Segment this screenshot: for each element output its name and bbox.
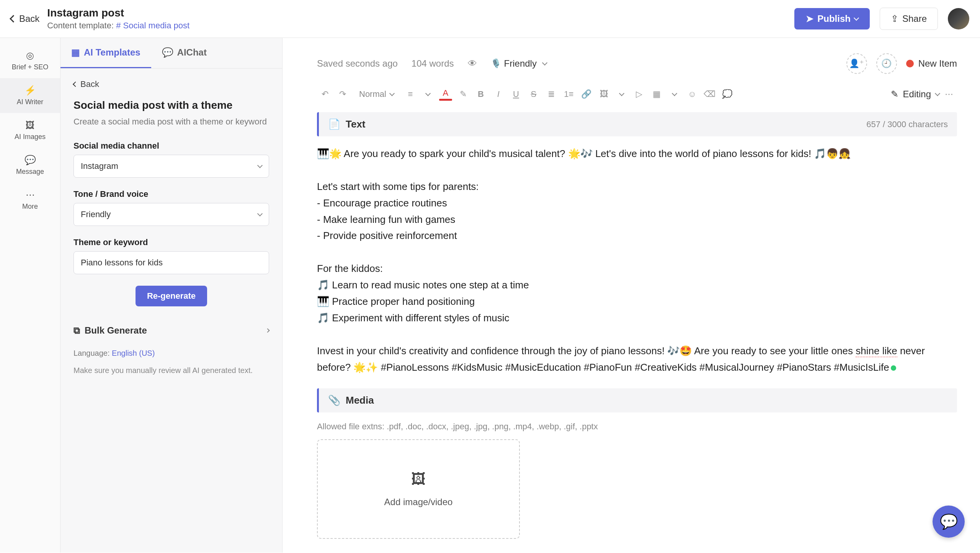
rail-ai-images[interactable]: 🖼 AI Images	[0, 113, 60, 148]
rail-message[interactable]: 💬 Message	[0, 148, 60, 183]
cursor-indicator	[891, 365, 896, 371]
chevron-down-icon	[672, 91, 677, 96]
char-count: 657 / 3000 characters	[866, 119, 948, 129]
align-button[interactable]: ≡	[402, 86, 418, 102]
status-dot-icon	[906, 60, 914, 67]
rail-brief-seo[interactable]: ◎ Brief + SEO	[0, 43, 60, 78]
template-link[interactable]: Social media post	[123, 21, 190, 30]
back-label: Back	[19, 13, 39, 24]
attach-icon: 📎	[328, 394, 340, 406]
tone-label: Tone / Brand voice	[74, 189, 269, 199]
share-label: Share	[902, 13, 927, 24]
pencil-icon: ✎	[891, 89, 898, 100]
saved-status: Saved seconds ago	[317, 58, 398, 69]
chat-bubble-icon: 💬	[940, 513, 958, 530]
bold-button[interactable]: B	[473, 86, 489, 102]
tab-ai-chat[interactable]: 💬 AIChat	[151, 38, 217, 68]
video-button[interactable]: ▷	[631, 86, 647, 102]
table-dropdown[interactable]	[666, 86, 683, 102]
tone-value: Friendly	[81, 209, 111, 219]
status-label: New Item	[918, 58, 957, 69]
panel-collapse-button[interactable]	[282, 38, 283, 72]
undo-button[interactable]: ↶	[317, 86, 333, 102]
media-dropzone[interactable]: 🖼 Add image/video	[317, 439, 520, 539]
editing-mode-select[interactable]: ✎ Editing	[891, 89, 939, 100]
theme-input[interactable]: Piano lessons for kids	[74, 251, 269, 274]
add-collaborator-button[interactable]: 👤⁺	[846, 53, 867, 74]
chevron-down-icon	[389, 91, 395, 96]
tone-indicator-label: Friendly	[504, 58, 537, 69]
redo-button[interactable]: ↷	[335, 86, 351, 102]
preview-button[interactable]: 👁	[468, 58, 477, 69]
content-body[interactable]: 🎹🌟 Are you ready to spark your child's m…	[317, 146, 957, 375]
panel-back-button[interactable]: Back	[74, 79, 269, 89]
image-button[interactable]: 🖼	[596, 86, 612, 102]
chat-icon: 💬	[25, 155, 36, 165]
more-toolbar-button[interactable]: ⋯	[941, 86, 957, 102]
back-button[interactable]: Back	[11, 13, 39, 24]
format-select[interactable]: Normal	[352, 85, 401, 103]
highlight-button[interactable]: ✎	[455, 86, 471, 102]
rail-label: Message	[16, 168, 44, 176]
history-button[interactable]: 🕘	[876, 53, 897, 74]
underline-button[interactable]: U	[508, 86, 524, 102]
bulk-generate-row[interactable]: ⧉ Bulk Generate	[74, 319, 269, 341]
text-color-button[interactable]: A	[438, 86, 454, 102]
hash-icon: #	[116, 21, 121, 30]
rail-label: AI Writer	[17, 98, 44, 106]
page-title: Instagram post	[47, 7, 787, 19]
editor-workspace: Saved seconds ago 104 words 👁 Friendly 👤…	[283, 38, 980, 553]
number-list-button[interactable]: 1≡	[561, 86, 577, 102]
share-button[interactable]: ⇪ Share	[880, 8, 938, 30]
strike-button[interactable]: S	[526, 86, 542, 102]
chevron-down-icon	[425, 91, 431, 96]
rail-label: More	[22, 203, 38, 211]
editing-label: Editing	[903, 89, 931, 100]
tab-label: AIChat	[177, 47, 207, 58]
rail-more[interactable]: ⋯ More	[0, 183, 60, 218]
language-link[interactable]: English (US)	[112, 349, 155, 357]
image-icon: 🖼	[25, 120, 36, 131]
text-block-label: Text	[346, 118, 366, 130]
chevron-down-icon	[542, 60, 547, 65]
tab-ai-templates[interactable]: ▦ AI Templates	[60, 38, 151, 68]
theme-value: Piano lessons for kids	[81, 258, 163, 268]
avatar[interactable]	[948, 8, 969, 29]
publish-button[interactable]: ➤ Publish	[794, 8, 870, 29]
channel-select[interactable]: Instagram	[74, 155, 269, 178]
more-icon: ⋯	[25, 190, 36, 200]
media-block-header: 📎 Media	[317, 388, 957, 412]
theme-label: Theme or keyword	[74, 237, 269, 247]
align-dropdown[interactable]	[420, 86, 436, 102]
regenerate-button[interactable]: Re-generate	[136, 286, 207, 306]
panel-subheading: Create a social media post with a theme …	[74, 115, 269, 128]
bullet-list-button[interactable]: ≣	[543, 86, 559, 102]
bulk-label: Bulk Generate	[85, 325, 147, 336]
rail-ai-writer[interactable]: ⚡ AI Writer	[0, 78, 60, 113]
tone-select[interactable]: Friendly	[74, 203, 269, 226]
comment-button[interactable]: 💭	[719, 86, 735, 102]
ai-panel: ▦ AI Templates 💬 AIChat Back Social medi…	[60, 38, 283, 553]
panel-back-label: Back	[80, 79, 99, 89]
image-dropdown[interactable]	[614, 86, 630, 102]
status-select[interactable]: New Item	[906, 58, 957, 69]
chevron-left-icon	[73, 82, 78, 87]
text-block-header: 📄 Text 657 / 3000 characters	[317, 112, 957, 136]
link-button[interactable]: 🔗	[578, 86, 595, 102]
italic-button[interactable]: I	[490, 86, 506, 102]
chevron-down-icon	[619, 91, 624, 96]
send-icon: ➤	[806, 13, 813, 24]
table-button[interactable]: ▦	[649, 86, 665, 102]
nav-rail: ◎ Brief + SEO ⚡ AI Writer 🖼 AI Images 💬 …	[0, 38, 60, 553]
emoji-button[interactable]: ☺	[684, 86, 700, 102]
format-value: Normal	[359, 89, 386, 99]
allowed-extensions: Allowed file extns: .pdf, .doc, .docx, .…	[317, 422, 957, 432]
help-chat-button[interactable]: 💬	[933, 506, 965, 538]
grid-icon: ▦	[71, 47, 80, 58]
chevron-right-icon	[265, 328, 270, 332]
review-note: Make sure you manually review all AI gen…	[74, 365, 269, 376]
channel-label: Social media channel	[74, 141, 269, 151]
clear-format-button[interactable]: ⌫	[702, 86, 718, 102]
tone-indicator[interactable]: Friendly	[491, 58, 547, 69]
chevron-down-icon	[257, 211, 263, 216]
